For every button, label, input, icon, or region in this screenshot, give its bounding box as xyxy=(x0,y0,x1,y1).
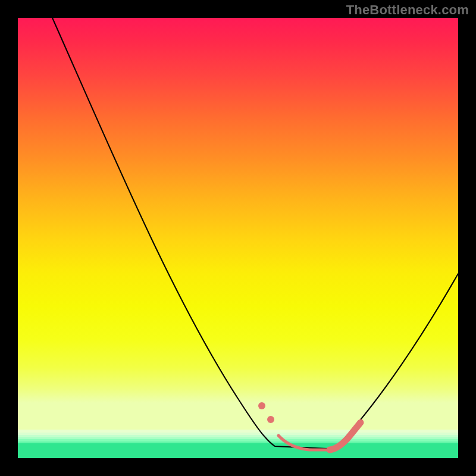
highlight-dot-icon xyxy=(267,416,274,423)
highlight-bottom xyxy=(278,436,330,450)
chart-frame: TheBottleneck.com xyxy=(0,0,476,476)
bottleneck-curve xyxy=(52,18,458,449)
highlight-rise xyxy=(330,422,361,450)
curve-layer xyxy=(18,18,458,458)
watermark-text: TheBottleneck.com xyxy=(346,2,469,18)
highlight-segment xyxy=(258,402,361,450)
plot-area xyxy=(18,18,458,458)
highlight-dot-icon xyxy=(258,402,265,409)
